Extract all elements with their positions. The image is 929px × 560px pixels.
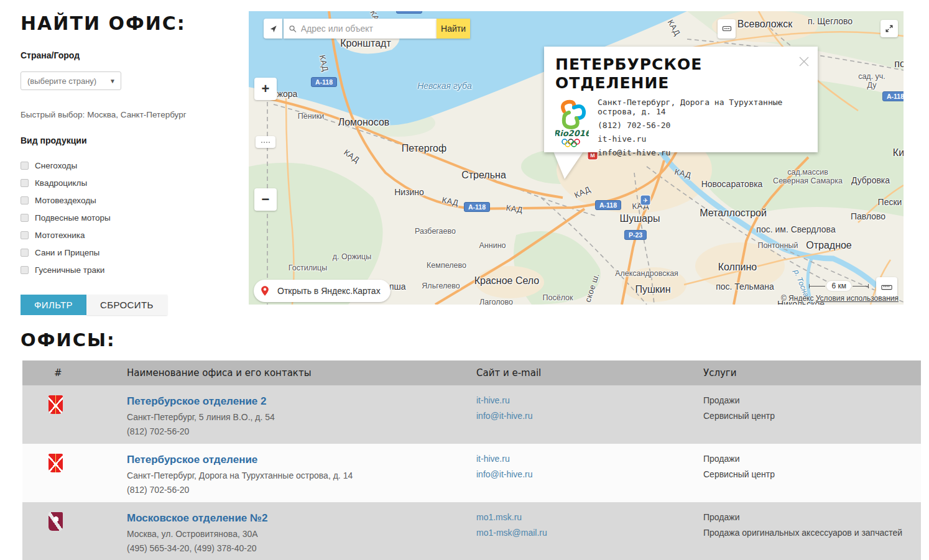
office-address: Санкт-Петербург, Дорога на Турухтанные о… [127,470,476,480]
offices-title: ОФИСЫ: [21,329,921,351]
country-label: Страна/Город [21,50,238,60]
panorama-icon [722,24,732,34]
country-select-value: (выберите страну) [27,76,96,86]
office-service: Продажи [703,512,921,522]
slider-dots-icon [261,142,262,143]
yandex-map[interactable]: КронштадтИжораНевская губаПеникиЛомоносо… [249,11,904,305]
checkbox[interactable] [21,249,29,257]
country-select[interactable]: (выберите страну) ▼ [21,71,121,90]
office-service: Продажи [703,395,921,405]
fullscreen-icon [885,24,894,33]
product-filter-option[interactable]: Квадроциклы [21,174,238,191]
checkbox[interactable] [21,162,29,170]
panorama-button[interactable] [718,19,736,39]
balloon-site-link[interactable]: it-hive.ru [598,134,646,144]
table-header: # Наименование офиса и его контакты Сайт… [22,360,921,385]
geolocation-button[interactable] [264,19,282,39]
rio2016-logo: Rio2016 [555,98,589,162]
checkbox[interactable] [21,214,29,222]
office-site-link[interactable]: it-hive.ru [476,454,703,464]
office-emblem-icon [49,395,63,414]
balloon-title: ПЕТЕРБУРСКОЕ ОТДЕЛЕНИЕ [555,55,779,93]
checkbox[interactable] [21,231,29,239]
balloon-address: Санкт-Петербург, Дорога на Турухтанные о… [598,98,807,116]
offices-table: # Наименование офиса и его контакты Сайт… [22,360,921,560]
product-filter-list: Снегоходы Квадроциклы Мотовездеходы Подв… [21,157,238,278]
office-emblem-icon [49,454,63,472]
office-site-link[interactable]: it-hive.ru [476,395,703,405]
road-badge: А-118 [311,77,337,87]
terms-of-use-link[interactable]: Условия использования [816,294,899,303]
balloon-email-link[interactable]: info@it-hive.ru [598,148,670,157]
office-service: Сервисный центр [703,469,921,479]
quick-pick-city-link[interactable]: Москва [87,110,116,119]
office-service: Продажи [703,454,921,464]
table-row: Петербурское отделение 2 Санкт-Петербург… [22,385,921,444]
map-search-input[interactable] [301,24,432,34]
find-office-panel: НАЙТИ ОФИС: Страна/Город (выберите стран… [21,12,238,315]
svg-text:Rio2016: Rio2016 [555,129,589,138]
checkbox[interactable] [21,196,29,204]
column-header-services: Услуги [703,367,921,379]
map-pin-icon [256,282,274,300]
reset-button[interactable]: СБРОСИТЬ [86,295,167,315]
office-name-link[interactable]: Петербурское отделение [127,454,476,466]
offices-section: ОФИСЫ: # Наименование офиса и его контак… [21,329,921,560]
office-phone: (812) 702-56-20 [127,426,476,436]
road-badge: А-118 [464,202,490,212]
office-services: ПродажиСервисный центр [703,454,921,485]
close-icon[interactable] [798,55,810,68]
product-filter-option[interactable]: Мотовездеходы [21,191,238,209]
office-address: Москва, ул. Островитянова, 30А [127,529,476,539]
scale-label: 6 км [826,281,851,291]
map-search-button[interactable]: Найти [437,19,470,39]
quick-pick: Быстрый выбор: Москва, Санкт-Петербург [21,110,238,119]
search-icon [289,24,297,34]
product-filter-option[interactable]: Подвесные моторы [21,209,238,226]
office-email-link[interactable]: info@it-hive.ru [476,469,703,479]
zoom-in-button[interactable]: + [254,78,277,100]
product-filter-option[interactable]: Снегоходы [21,157,238,174]
quick-pick-label: Быстрый выбор: [21,110,85,119]
column-header-name: Наименование офиса и его контакты [103,367,476,379]
office-service: Продажа оригинальных аксессуаров и запча… [703,528,921,538]
fullscreen-button[interactable] [880,20,898,37]
filter-button[interactable]: ФИЛЬТР [21,295,86,315]
office-site-link[interactable]: mo1.msk.ru [476,512,703,522]
checkbox[interactable] [21,266,29,274]
office-name-link[interactable]: Петербурское отделение 2 [127,395,476,408]
office-phone: (495) 565-34-20, (499) 378-40-20 [127,543,476,553]
office-email-link[interactable]: mo1-msk@mail.ru [476,528,703,538]
office-address: Санкт-Петербург, 5 линия В.О., д. 54 [127,412,476,422]
zoom-out-button[interactable]: − [254,188,277,211]
office-phone: (812) 702-56-20 [127,485,476,495]
zoom-slider-handle[interactable] [256,136,275,148]
product-filter-option[interactable]: Сани и Прицепы [21,244,238,261]
product-filter-option[interactable]: Мототехника [21,226,238,244]
airport-icon[interactable]: ✈ [641,196,650,205]
checkbox[interactable] [21,179,29,187]
office-services: ПродажиСервисный центр [703,395,921,426]
road-badge: А-118 [882,91,904,101]
ruler-icon [881,283,892,291]
product-type-label: Вид продукции [21,135,238,145]
page-title: НАЙТИ ОФИС: [21,12,238,34]
road-badge: А-118 [595,200,621,210]
table-row: Петербурское отделение Санкт-Петербург, … [22,444,921,502]
quick-pick-city-link[interactable]: Санкт-Петербург [121,110,187,119]
product-filter-option[interactable]: Гусеничные траки [21,261,238,278]
open-in-yandex-maps-link[interactable]: Открыть в Яндекс.Картах [254,280,391,302]
map-search-box[interactable] [284,19,437,39]
table-row: Московское отделение №2 Москва, ул. Остр… [22,502,921,560]
geolocation-icon [269,24,278,34]
office-balloon: ПЕТЕРБУРСКОЕ ОТДЕЛЕНИЕ Rio2016 [544,47,818,152]
road-badge: Р-23 [624,230,647,240]
office-name-link[interactable]: Московское отделение №2 [127,512,476,525]
office-email-link[interactable]: info@it-hive.ru [476,411,703,421]
office-service: Сервисный центр [703,411,921,421]
map-copyright: © Яндекс Условия использования [781,294,899,303]
column-header-site: Сайт и e-mail [476,367,703,379]
office-services: ПродажиПродажа оригинальных аксессуаров … [703,512,921,543]
map-scale: 6 км [809,281,869,291]
column-header-num: # [22,367,103,379]
